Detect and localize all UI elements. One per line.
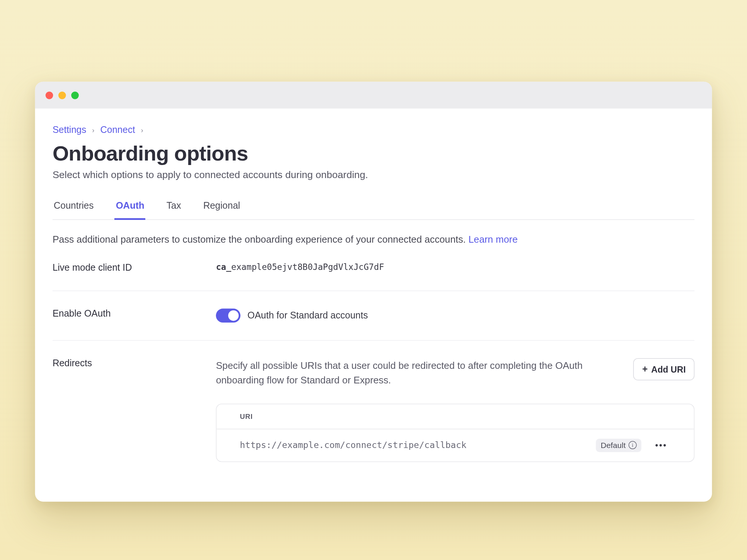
client-id-body: example05ejvt8B0JaPgdVlxJcG7dF (231, 262, 384, 272)
pane-description: Pass additional parameters to customize … (53, 234, 695, 245)
close-window-button[interactable] (46, 91, 53, 99)
row-client-id: Live mode client ID ca_example05ejvt8B0J… (53, 245, 695, 291)
breadcrumb-connect[interactable]: Connect (100, 125, 135, 135)
tab-oauth[interactable]: OAuth (115, 201, 146, 220)
default-badge-label: Default (601, 441, 626, 449)
window-titlebar (35, 82, 712, 109)
enable-oauth-label: Enable OAuth (53, 309, 216, 319)
add-uri-button-label: Add URI (651, 364, 685, 374)
tab-tax[interactable]: Tax (165, 201, 182, 220)
row-enable-oauth: Enable OAuth OAuth for Standard accounts (53, 291, 695, 341)
maximize-window-button[interactable] (71, 91, 79, 99)
uri-more-button[interactable]: ••• (652, 441, 670, 450)
breadcrumb: Settings › Connect › (53, 125, 695, 135)
learn-more-link[interactable]: Learn more (468, 234, 518, 245)
pane-description-text: Pass additional parameters to customize … (53, 234, 469, 245)
uri-column-header: URI (217, 404, 694, 429)
chevron-right-icon: › (141, 126, 143, 134)
client-id-prefix: ca_ (216, 262, 231, 272)
breadcrumb-settings[interactable]: Settings (53, 125, 86, 135)
redirects-description: Specify all possible URIs that a user co… (216, 358, 622, 387)
default-badge: Default i (596, 438, 642, 452)
page-content: Settings › Connect › Onboarding options … (35, 109, 712, 502)
page-title: Onboarding options (53, 141, 695, 166)
uri-row: https://example.com/connect/stripe/callb… (217, 429, 694, 461)
add-uri-button[interactable]: + Add URI (633, 358, 694, 380)
minimize-window-button[interactable] (58, 91, 66, 99)
redirects-label: Redirects (53, 358, 216, 368)
info-icon[interactable]: i (629, 441, 637, 449)
page-subtitle: Select which options to apply to connect… (53, 169, 695, 181)
row-redirects: Redirects Specify all possible URIs that… (53, 341, 695, 479)
uri-table: URI https://example.com/connect/stripe/c… (216, 403, 694, 461)
toggle-knob (228, 310, 239, 321)
tab-regional[interactable]: Regional (202, 201, 241, 220)
browser-window: Settings › Connect › Onboarding options … (35, 82, 712, 502)
tab-countries[interactable]: Countries (53, 201, 95, 220)
uri-value: https://example.com/connect/stripe/callb… (240, 440, 585, 450)
client-id-value: ca_example05ejvt8B0JaPgdVlxJcG7dF (216, 262, 694, 272)
oauth-standard-toggle[interactable] (216, 309, 241, 323)
tabs: Countries OAuth Tax Regional (53, 201, 695, 220)
client-id-label: Live mode client ID (53, 262, 216, 273)
oauth-standard-toggle-label: OAuth for Standard accounts (248, 310, 368, 321)
plus-icon: + (642, 365, 648, 374)
chevron-right-icon: › (92, 126, 94, 134)
